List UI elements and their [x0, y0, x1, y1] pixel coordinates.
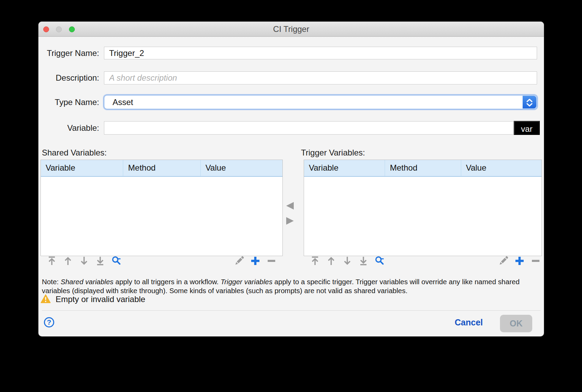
type-name-select[interactable]: Asset [104, 95, 537, 109]
zoom-icon[interactable] [69, 26, 75, 32]
trigger-name-label: Trigger Name: [38, 47, 99, 59]
screenshot-canvas: CI Trigger Trigger Name: Description: Ty… [0, 0, 582, 392]
column-header-value: Value [461, 160, 542, 176]
edit-pencil-icon [498, 256, 509, 267]
trigger-name-input[interactable] [104, 47, 537, 59]
move-to-bottom-button[interactable] [95, 256, 105, 266]
move-to-bottom-icon [95, 256, 105, 267]
transfer-left-icon [286, 206, 294, 211]
move-up-button[interactable] [326, 256, 336, 266]
variable-input[interactable] [104, 121, 514, 135]
move-to-bottom-button[interactable] [358, 256, 369, 266]
remove-button[interactable] [266, 256, 277, 266]
remove-button[interactable] [531, 256, 541, 266]
search-icon [111, 256, 121, 267]
move-to-top-button[interactable] [47, 256, 57, 266]
window-title: CI Trigger [38, 22, 544, 36]
column-header-method: Method [123, 160, 200, 176]
warning-text: Empty or invalid variable [56, 295, 145, 304]
remove-icon [266, 256, 277, 267]
help-icon: ? [47, 318, 51, 326]
validation-warning: Empty or invalid variable [40, 294, 145, 304]
transfer-right-icon [286, 221, 294, 226]
footer-divider [42, 310, 540, 311]
move-left-button[interactable] [285, 201, 295, 210]
move-down-button[interactable] [79, 256, 89, 266]
column-header-variable: Variable [304, 160, 385, 176]
minimize-icon[interactable] [56, 26, 62, 32]
edit-pencil-icon [234, 256, 244, 267]
move-up-icon [326, 256, 336, 267]
add-icon [250, 256, 260, 267]
cancel-button[interactable]: Cancel [448, 318, 489, 327]
add-icon [514, 256, 525, 267]
add-button[interactable] [250, 256, 260, 266]
trigger-table-edit-toolbar [498, 255, 541, 267]
combobox-stepper-icon [523, 96, 536, 108]
var-button[interactable]: var [514, 121, 540, 135]
remove-icon [531, 256, 541, 267]
column-header-method: Method [385, 160, 461, 176]
trigger-variables-label: Trigger Variables: [301, 148, 365, 158]
move-right-button[interactable] [285, 217, 295, 226]
move-to-bottom-icon [359, 256, 368, 267]
variable-label: Variable: [38, 121, 99, 135]
shared-variables-table: Variable Method Value [40, 160, 283, 256]
warning-icon [40, 294, 51, 305]
move-down-icon [79, 256, 89, 267]
ok-button[interactable]: OK [500, 315, 532, 332]
trigger-variables-table-body[interactable] [304, 177, 542, 256]
shared-variables-table-body[interactable] [41, 177, 282, 256]
description-input[interactable] [104, 71, 537, 84]
shared-table-edit-toolbar [234, 255, 277, 267]
move-to-top-icon [310, 256, 320, 267]
move-down-icon [342, 256, 352, 267]
close-icon[interactable] [43, 26, 49, 32]
ci-trigger-dialog: CI Trigger Trigger Name: Description: Ty… [38, 22, 544, 336]
note-text: Note: Shared variables apply to all trig… [42, 277, 533, 295]
search-icon [374, 256, 385, 267]
type-name-selected-value: Asset [113, 95, 133, 109]
move-up-button[interactable] [63, 256, 73, 266]
description-label: Description: [38, 71, 99, 84]
column-header-value: Value [200, 160, 282, 176]
title-bar: CI Trigger [38, 22, 544, 37]
shared-variables-label: Shared Variables: [42, 148, 107, 158]
type-name-label: Type Name: [38, 95, 99, 109]
trigger-variables-table: Variable Method Value [304, 160, 542, 256]
move-to-top-button[interactable] [310, 256, 320, 266]
move-up-icon [63, 256, 73, 267]
shared-variables-table-header: Variable Method Value [41, 160, 282, 177]
add-button[interactable] [514, 256, 525, 266]
edit-button[interactable] [234, 256, 244, 266]
shared-table-reorder-toolbar [47, 255, 121, 267]
trigger-variables-table-header: Variable Method Value [304, 160, 542, 177]
edit-button[interactable] [498, 256, 509, 266]
search-filter-button[interactable] [374, 256, 385, 266]
move-down-button[interactable] [342, 256, 352, 266]
move-to-top-icon [47, 256, 57, 267]
trigger-table-reorder-toolbar [310, 255, 385, 267]
column-header-variable: Variable [41, 160, 123, 176]
help-button[interactable]: ? [44, 317, 54, 327]
search-filter-button[interactable] [111, 256, 121, 266]
